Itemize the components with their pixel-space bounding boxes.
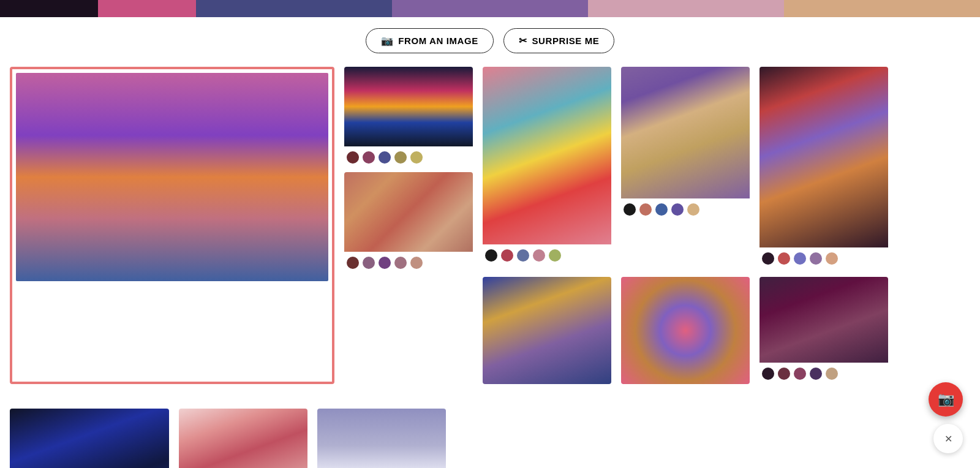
sydney-card[interactable] xyxy=(317,409,446,468)
color-swatch xyxy=(794,368,806,380)
color-swatch xyxy=(196,0,392,17)
featured-card[interactable] xyxy=(10,67,334,384)
neon-city-card[interactable] xyxy=(344,67,473,166)
scissors-icon: ✂ xyxy=(519,35,527,47)
surprise-me-label: SURPRISE ME xyxy=(532,36,599,46)
dancer-image xyxy=(179,409,307,468)
color-swatch xyxy=(639,203,652,216)
abstract-face-card[interactable] xyxy=(483,67,611,267)
surprise-me-button[interactable]: ✂ SURPRISE ME xyxy=(503,28,615,53)
color-swatch xyxy=(347,257,359,269)
color-swatch xyxy=(363,257,375,269)
color-bar xyxy=(0,0,980,17)
shell-image xyxy=(621,67,750,198)
shell-palette xyxy=(621,198,750,218)
color-swatch xyxy=(778,252,790,265)
color-swatch xyxy=(0,0,98,17)
stained-glass-card[interactable] xyxy=(344,172,473,271)
color-swatch xyxy=(379,151,391,164)
color-swatch xyxy=(394,151,407,164)
tibetan-image xyxy=(760,67,888,247)
color-swatch xyxy=(671,203,684,216)
stained-glass-image xyxy=(344,172,473,252)
color-swatch xyxy=(410,151,423,164)
from-image-button[interactable]: 📷 FROM AN IMAGE xyxy=(366,28,494,53)
color-swatch xyxy=(392,0,588,17)
stained-glass-palette xyxy=(344,252,473,271)
color-swatch xyxy=(501,249,513,262)
color-swatch xyxy=(363,151,375,164)
color-swatch xyxy=(794,252,806,265)
color-swatch xyxy=(624,203,636,216)
color-swatch xyxy=(588,0,784,17)
tibetan-palette xyxy=(760,247,888,267)
abstract-face-palette xyxy=(483,244,611,264)
mythology-card[interactable] xyxy=(483,277,611,384)
color-swatch xyxy=(347,151,359,164)
sydney-image xyxy=(317,409,446,468)
color-swatch xyxy=(410,257,423,269)
from-image-label: FROM AN IMAGE xyxy=(398,36,478,46)
color-swatch xyxy=(826,252,838,265)
mandala-image xyxy=(621,277,750,384)
camera-icon: 📷 xyxy=(381,35,394,47)
fab-camera-button[interactable]: 📷 xyxy=(929,382,963,417)
color-swatch xyxy=(655,203,668,216)
color-swatch xyxy=(762,368,774,380)
color-swatch xyxy=(778,368,790,380)
fab-shuffle-icon: ✕ xyxy=(944,433,952,445)
fab-shuffle-button[interactable]: ✕ xyxy=(933,424,963,453)
color-swatch xyxy=(517,249,529,262)
color-swatch xyxy=(687,203,699,216)
space-image xyxy=(10,409,169,468)
neon-city-image xyxy=(344,67,473,146)
color-swatch xyxy=(549,249,561,262)
color-swatch xyxy=(762,252,774,265)
gallery xyxy=(0,67,980,409)
color-swatch xyxy=(784,0,980,17)
color-swatch xyxy=(98,0,196,17)
space-card[interactable] xyxy=(10,409,169,468)
mandala-card[interactable] xyxy=(621,277,750,384)
color-swatch xyxy=(485,249,497,262)
tibetan-art-card[interactable] xyxy=(760,67,888,267)
forest-palette xyxy=(760,363,888,382)
abstract-face-image xyxy=(483,67,611,244)
toolbar: 📷 FROM AN IMAGE ✂ SURPRISE ME xyxy=(0,17,980,67)
dancer-card[interactable] xyxy=(179,409,307,468)
mythology-image xyxy=(483,277,611,384)
color-swatch xyxy=(810,368,822,380)
color-swatch xyxy=(826,368,838,380)
forest-image xyxy=(760,277,888,363)
color-swatch xyxy=(379,257,391,269)
fab-camera-icon: 📷 xyxy=(938,391,954,407)
color-swatch xyxy=(810,252,822,265)
shell-card[interactable] xyxy=(621,67,750,267)
col2-stack xyxy=(344,67,473,384)
color-swatch xyxy=(394,257,407,269)
gallery-row2 xyxy=(0,409,980,468)
forest-card[interactable] xyxy=(760,277,888,384)
featured-image xyxy=(16,73,328,281)
neon-city-palette xyxy=(344,146,473,166)
color-swatch xyxy=(533,249,545,262)
